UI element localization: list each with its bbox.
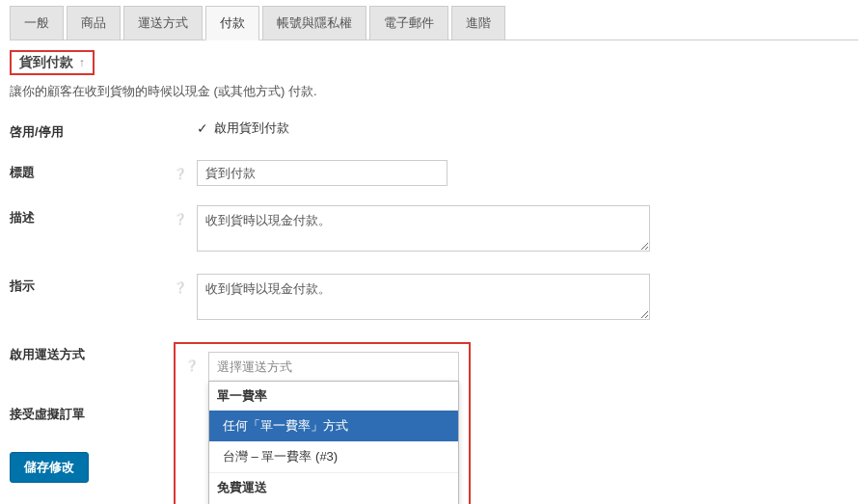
- dropdown-group-flatrate: 單一費率: [209, 382, 458, 411]
- label-description: 描述: [10, 205, 174, 226]
- help-icon[interactable]: ❔: [174, 167, 187, 180]
- save-button[interactable]: 儲存修改: [10, 452, 89, 483]
- label-title: 標題: [10, 160, 174, 181]
- check-icon: ✓: [197, 120, 208, 136]
- tab-shipping[interactable]: 運送方式: [123, 6, 203, 40]
- tab-general[interactable]: 一般: [10, 6, 64, 40]
- label-enable-shipping: 啟用運送方式: [10, 342, 85, 363]
- label-accept-virtual: 接受虛擬訂單: [10, 402, 85, 423]
- tab-payment[interactable]: 付款: [205, 6, 259, 40]
- row-title: 標題 ❔: [10, 160, 858, 186]
- tab-products[interactable]: 商品: [67, 6, 121, 40]
- row-instructions: 指示 ❔ 收到貨時以現金付款。: [10, 274, 858, 323]
- label-enable: 啓用/停用: [10, 119, 174, 141]
- help-icon[interactable]: ❔: [174, 212, 187, 225]
- description-textarea[interactable]: 收到貨時以現金付款。: [197, 205, 650, 252]
- dropdown-item-taiwan-flatrate[interactable]: 台灣 – 單一費率 (#3): [209, 441, 458, 472]
- tab-accounts[interactable]: 帳號與隱私權: [262, 6, 366, 40]
- help-icon[interactable]: ❔: [174, 280, 187, 294]
- dropdown-item-any-flatrate[interactable]: 任何「單一費率」方式: [209, 411, 458, 441]
- enable-checkbox[interactable]: ✓ 啟用貨到付款: [197, 119, 858, 137]
- dropdown-group-freeship: 免費運送: [209, 472, 458, 502]
- label-instructions: 指示: [10, 274, 174, 295]
- section-description: 讓你的顧客在收到貨物的時候以現金 (或其他方式) 付款.: [10, 83, 858, 100]
- shipping-highlight-box: ❔ 選擇運送方式 單一費率 任何「單一費率」方式 台灣 – 單一費率 (#3) …: [174, 342, 471, 504]
- settings-tabs: 一般 商品 運送方式 付款 帳號與隱私權 電子郵件 進階: [10, 6, 858, 40]
- enable-checkbox-label: 啟用貨到付款: [214, 119, 289, 137]
- instructions-textarea[interactable]: 收到貨時以現金付款。: [197, 274, 650, 320]
- shipping-method-select[interactable]: 選擇運送方式: [208, 352, 459, 383]
- help-icon[interactable]: ❔: [185, 358, 199, 372]
- title-input[interactable]: [197, 160, 448, 186]
- shipping-method-dropdown: 單一費率 任何「單一費率」方式 台灣 – 單一費率 (#3) 免費運送 任何「免…: [208, 381, 459, 504]
- tab-emails[interactable]: 電子郵件: [369, 6, 448, 40]
- return-icon[interactable]: ↑: [79, 56, 85, 69]
- row-enable: 啓用/停用 ✓ 啟用貨到付款: [10, 119, 858, 141]
- section-title-highlight: 貨到付款 ↑: [10, 50, 95, 75]
- section-title: 貨到付款: [19, 54, 73, 69]
- row-description: 描述 ❔ 收到貨時以現金付款。: [10, 205, 858, 254]
- tab-advanced[interactable]: 進階: [451, 6, 505, 40]
